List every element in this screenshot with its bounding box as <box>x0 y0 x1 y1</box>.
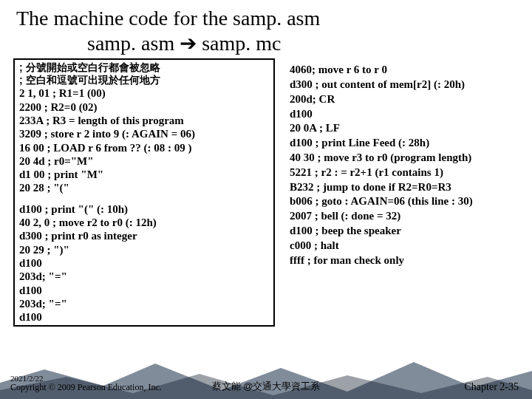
slide-title: The machine code for the samp. asm samp.… <box>0 0 532 55</box>
title-line2b: samp. mc <box>197 32 281 55</box>
code-line: 20 28 ; "(" <box>19 181 269 194</box>
code-line: d100 <box>290 107 519 122</box>
code-line: d300 ; print r0 as integer <box>19 229 269 242</box>
footer-chapter: Chapter 2-35 <box>465 381 519 393</box>
code-line: d100 ; beep the speaker <box>290 224 519 239</box>
code-line: d1 00 ; print "M" <box>19 168 269 181</box>
code-line: d100 ; print Line Feed (: 28h) <box>290 136 519 151</box>
code-line: 2200 ; R2=0 (02) <box>19 100 269 114</box>
content-area: ; 分號開始或空白行都會被忽略 ; 空白和逗號可出現於任何地方 2 1, 01 … <box>0 55 532 327</box>
left-code-block: ; 分號開始或空白行都會被忽略 ; 空白和逗號可出現於任何地方 2 1, 01 … <box>13 58 275 327</box>
code-line: 233A ; R3 = length of this program <box>19 114 269 127</box>
code-line: 20 0A ; LF <box>290 121 519 136</box>
comment-line-2: ; 空白和逗號可出現於任何地方 <box>19 74 269 86</box>
code-line: B232 ; jump to done if R2=R0=R3 <box>290 180 519 195</box>
footer-author: 蔡文能 @交通大學資工系 <box>0 380 532 393</box>
code-line: 4060; move r 6 to r 0 <box>290 63 519 78</box>
title-line1: The machine code for the samp. asm <box>16 7 320 30</box>
code-line: 5221 ; r2 : = r2+1 (r1 contains 1) <box>290 166 519 180</box>
code-line: 2007 ; bell (: done = 32) <box>290 209 519 224</box>
code-line: 20 29 ; ")" <box>19 243 269 256</box>
code-line: 20 4d ; r0="M" <box>19 154 269 168</box>
code-line: c000 ; halt <box>290 239 519 253</box>
code-line: 200d; CR <box>290 92 519 107</box>
arrow-icon: ➔ <box>180 32 197 55</box>
comment-line-1: ; 分號開始或空白行都會被忽略 <box>19 61 269 74</box>
code-line: 40 30 ; move r3 to r0 (program length) <box>290 151 519 166</box>
code-line: 203d; "=" <box>19 270 269 283</box>
code-line: 16 00 ; LOAD r 6 from ?? (: 08 : 09 ) <box>19 141 269 154</box>
right-code-block: 4060; move r 6 to r 0 d300 ; out content… <box>275 58 519 327</box>
code-line: d100 <box>19 310 269 324</box>
code-line: ffff ; for man check only <box>290 253 519 268</box>
code-line: 2 1, 01 ; R1=1 (00) <box>19 86 269 100</box>
code-line: d100 <box>19 256 269 270</box>
code-line: 203d; "=" <box>19 297 269 310</box>
title-line2a: samp. asm <box>87 32 180 55</box>
code-line: d100 ; print "(" (: 10h) <box>19 202 269 216</box>
code-line: d100 <box>19 284 269 297</box>
code-line: 40 2, 0 ; move r2 to r0 (: 12h) <box>19 216 269 229</box>
code-line: 3209 ; store r 2 into 9 (: AGAIN = 06) <box>19 127 269 140</box>
code-line: d300 ; out content of mem[r2] (: 20h) <box>290 78 519 92</box>
code-line: b006 ; goto : AGAIN=06 (this line : 30) <box>290 194 519 209</box>
